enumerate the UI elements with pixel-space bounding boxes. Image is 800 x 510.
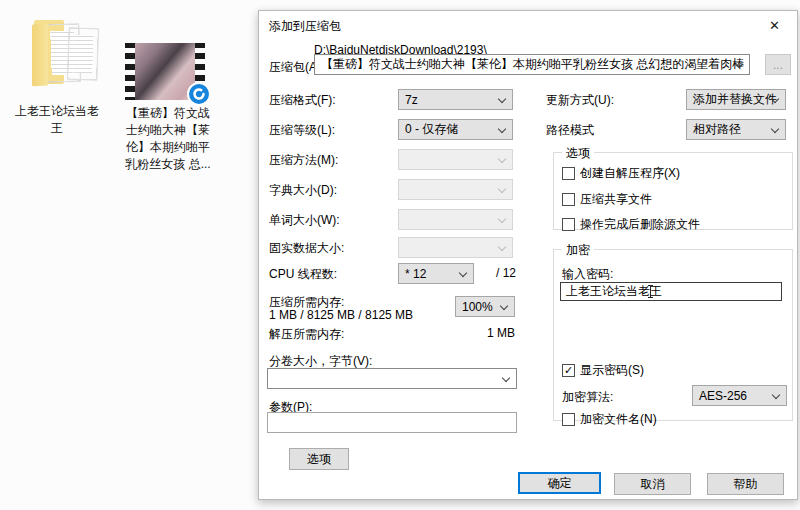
- memory-decompress-value: 1 MB: [487, 326, 515, 340]
- cancel-button[interactable]: 取消: [614, 473, 691, 495]
- checkbox-delete-after[interactable]: 操作完成后删除源文件: [562, 216, 700, 233]
- document-page-icon: [67, 27, 99, 80]
- filmstrip-left: [125, 43, 135, 100]
- folder-icon[interactable]: [28, 14, 104, 90]
- memory-compress-value: 1 MB / 8125 MB / 8125 MB: [269, 308, 413, 322]
- format-label: 压缩格式(F):: [269, 92, 336, 109]
- algorithm-label: 加密算法:: [562, 389, 613, 406]
- dialog-title: 添加到压缩包: [269, 18, 341, 35]
- level-combo[interactable]: 0 - 仅存储: [398, 119, 513, 140]
- word-size-label: 单词大小(W):: [269, 212, 340, 229]
- swirl-icon: [192, 87, 206, 101]
- chevron-down-icon: [498, 95, 506, 103]
- solid-size-label: 固实数据大小:: [269, 240, 344, 257]
- folder-label: 上老王论坛当老 王: [2, 103, 112, 137]
- memory-percent-combo[interactable]: 100%: [455, 296, 515, 317]
- help-button[interactable]: 帮助: [707, 473, 784, 495]
- checkbox-box: [562, 167, 575, 180]
- algorithm-combo[interactable]: AES-256: [692, 385, 787, 406]
- add-to-archive-dialog: 添加到压缩包 ✕ 压缩包(A) D:\BaiduNetdiskDownload\…: [258, 10, 798, 500]
- parameters-input[interactable]: [267, 412, 517, 433]
- chevron-down-icon: [772, 391, 780, 399]
- chevron-down-icon: [498, 125, 506, 133]
- password-input[interactable]: 上老王论坛当老王: [560, 282, 782, 301]
- solid-size-combo: [398, 237, 513, 258]
- checkbox-box: [562, 413, 575, 426]
- ellipsis-icon: ...: [773, 58, 783, 72]
- video-thumbnail: [135, 43, 195, 100]
- video-label: 【重磅】符文战 士约啪大神【莱 伦】本期约啪平 乳粉丝女孩 总...: [115, 105, 221, 173]
- chevron-down-icon: [771, 125, 779, 133]
- archive-name-value: 【重磅】符文战士约啪大神【莱伦】本期约啪平乳粉丝女孩 总幻想的渴望着肉棒，既然很: [321, 56, 750, 73]
- checkbox-encrypt-names[interactable]: 加密文件名(N): [562, 411, 657, 428]
- volume-size-combo[interactable]: [267, 368, 517, 389]
- path-mode-combo[interactable]: 相对路径: [686, 119, 786, 140]
- chevron-down-icon: [459, 269, 467, 277]
- level-label: 压缩等级(L):: [269, 122, 335, 139]
- chevron-down-icon: [498, 155, 506, 163]
- check-icon: ✓: [564, 365, 573, 376]
- path-mode-label: 路径模式: [546, 122, 594, 139]
- memory-decompress-label: 解压所需内存:: [269, 326, 344, 343]
- checkbox-shared-files[interactable]: 压缩共享文件: [562, 191, 652, 208]
- chevron-down-icon: [502, 374, 510, 382]
- checkbox-box: [562, 193, 575, 206]
- options-button[interactable]: 选项: [289, 448, 349, 470]
- update-mode-combo[interactable]: 添加并替换文件: [686, 89, 786, 110]
- player-badge-icon: [187, 82, 211, 106]
- close-icon[interactable]: ✕: [752, 11, 797, 39]
- update-mode-label: 更新方式(U):: [546, 92, 614, 109]
- dictionary-label: 字典大小(D):: [269, 182, 337, 199]
- cpu-threads-combo[interactable]: * 12: [398, 263, 474, 284]
- chevron-down-icon: [498, 215, 506, 223]
- video-file-icon[interactable]: [125, 43, 205, 100]
- options-group: 选项 创建自解压程序(X) 压缩共享文件 操作完成后删除源文件: [553, 152, 793, 230]
- options-group-title: 选项: [562, 145, 594, 162]
- chevron-down-icon: [498, 243, 506, 251]
- format-combo[interactable]: 7z: [398, 89, 513, 110]
- checkbox-create-sfx[interactable]: 创建自解压程序(X): [562, 165, 680, 182]
- method-combo: [398, 149, 513, 170]
- chevron-down-icon: [500, 302, 508, 310]
- encryption-group: 加密 输入密码: 上老王论坛当老王 ✓ 显示密码(S) 加密算法: AES-25…: [553, 249, 793, 421]
- dictionary-combo: [398, 179, 513, 200]
- checkbox-show-password[interactable]: ✓ 显示密码(S): [562, 362, 644, 379]
- browse-button[interactable]: ...: [765, 54, 791, 75]
- folder-front: [32, 24, 48, 87]
- encryption-group-title: 加密: [562, 242, 594, 259]
- checkbox-box: [562, 218, 575, 231]
- word-size-combo: [398, 209, 513, 230]
- ok-button[interactable]: 确定: [518, 472, 601, 494]
- archive-name-combo[interactable]: 【重磅】符文战士约啪大神【莱伦】本期约啪平乳粉丝女孩 总幻想的渴望着肉棒，既然很: [314, 54, 750, 75]
- cpu-threads-label: CPU 线程数:: [269, 266, 337, 283]
- text-cursor: [650, 285, 651, 298]
- chevron-down-icon: [498, 185, 506, 193]
- dialog-titlebar[interactable]: 添加到压缩包 ✕: [259, 11, 797, 39]
- password-label: 输入密码:: [562, 266, 613, 283]
- checkbox-box-checked: ✓: [562, 364, 575, 377]
- method-label: 压缩方法(M):: [269, 152, 338, 169]
- cpu-threads-max: / 12: [496, 266, 516, 280]
